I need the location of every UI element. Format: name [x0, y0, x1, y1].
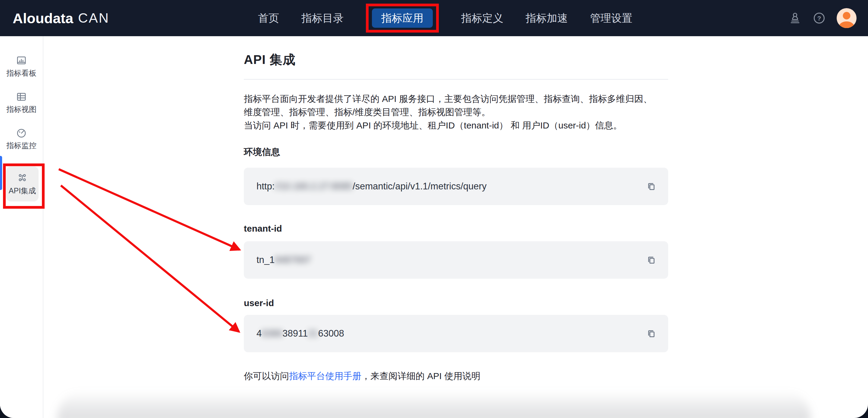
- gauge-icon: [16, 127, 27, 139]
- top-navbar: Aloudata CAN 首页 指标目录 指标应用 指标定义 指标加速 管理设置…: [0, 0, 868, 36]
- section-heading-tenant-id: tenant-id: [244, 223, 668, 234]
- title-divider: [244, 79, 668, 80]
- nav-item-metric-acceleration[interactable]: 指标加速: [526, 11, 568, 25]
- brand-suffix: CAN: [78, 10, 110, 26]
- sidebar-item-label: 指标看板: [6, 69, 36, 77]
- copy-button[interactable]: [645, 253, 658, 267]
- copy-icon: [645, 327, 657, 340]
- value-segment: 63008: [318, 328, 344, 339]
- next-section-shadow: [57, 391, 811, 418]
- left-sidebar: 指标看板 指标视图 指标监控: [0, 36, 43, 418]
- intro-paragraph: 指标平台面向开发者提供了详尽的 API 服务接口，主要包含访问凭据管理、指标查询…: [244, 92, 668, 132]
- svg-text:?: ?: [817, 15, 821, 22]
- value-segment: //10.160.2.27:8085: [275, 181, 352, 192]
- intro-line: 维度管理、指标管理、指标/维度类目管理、指标视图管理等。: [244, 106, 668, 119]
- brand-name: Aloudata: [13, 10, 73, 27]
- user-manual-link[interactable]: 指标平台使用手册: [289, 371, 361, 381]
- sidebar-item-metric-dashboard[interactable]: 指标看板: [0, 55, 43, 77]
- avatar-person-icon: [837, 8, 857, 28]
- sidebar-item-metric-monitor[interactable]: 指标监控: [0, 127, 43, 150]
- tenant-id-value: tn_19487697: [256, 255, 645, 265]
- brand-logo[interactable]: Aloudata CAN: [13, 0, 110, 36]
- annotation-frame-sidebar: API集成: [3, 163, 44, 209]
- user-avatar[interactable]: [837, 8, 857, 28]
- sidebar-item-label: 指标监控: [6, 141, 36, 150]
- value-segment: 6366: [261, 328, 282, 339]
- value-segment: 21: [308, 328, 318, 339]
- tenant-id-box: tn_19487697: [244, 241, 668, 279]
- copy-button[interactable]: [645, 326, 658, 341]
- copy-icon: [645, 180, 657, 193]
- nav-item-admin-settings[interactable]: 管理设置: [590, 11, 632, 25]
- sidebar-item-label: API集成: [9, 186, 36, 196]
- intro-line: 当访问 API 时，需要使用到 API 的环境地址、租户ID（tenant-id…: [244, 119, 668, 132]
- value-segment: 4: [256, 328, 261, 339]
- page-title: API 集成: [244, 51, 668, 68]
- nav-item-metric-app-active[interactable]: 指标应用: [372, 8, 433, 28]
- app-window: Aloudata CAN 首页 指标目录 指标应用 指标定义 指标加速 管理设置…: [0, 0, 868, 418]
- manual-note-suffix: ，来查阅详细的 API 使用说明: [361, 371, 480, 381]
- value-segment: 38911: [282, 328, 308, 339]
- sidebar-item-api-integration-active[interactable]: API集成: [6, 167, 38, 202]
- navbar-right-actions: ?: [788, 0, 857, 36]
- value-segment: tn_1: [256, 255, 275, 265]
- nav-item-metric-catalog[interactable]: 指标目录: [301, 11, 344, 25]
- annotation-frame-nav: 指标应用: [366, 4, 439, 33]
- environment-url-value: http://10.160.2.27:8085/semantic/api/v1.…: [256, 181, 645, 192]
- approval-stamp-icon[interactable]: [788, 11, 802, 25]
- main-nav: 首页 指标目录 指标应用 指标定义 指标加速 管理设置: [258, 0, 632, 36]
- api-integration-icon: [17, 172, 28, 183]
- user-id-value: 46366389112163008: [256, 328, 645, 339]
- help-icon[interactable]: ?: [812, 11, 826, 25]
- sidebar-item-metric-view[interactable]: 指标视图: [0, 91, 43, 113]
- nav-item-home[interactable]: 首页: [258, 11, 279, 25]
- main-panel: API 集成 指标平台面向开发者提供了详尽的 API 服务接口，主要包含访问凭据…: [44, 36, 868, 418]
- manual-note-prefix: 你可以访问: [244, 371, 289, 381]
- section-heading-environment: 环境信息: [244, 146, 668, 158]
- value-segment: http:: [256, 181, 275, 192]
- dashboard-board-icon: [16, 55, 27, 66]
- environment-url-box: http://10.160.2.27:8085/semantic/api/v1.…: [244, 168, 668, 205]
- manual-note: 你可以访问指标平台使用手册，来查阅详细的 API 使用说明: [244, 370, 668, 382]
- section-heading-user-id: user-id: [244, 298, 668, 308]
- sidebar-item-label: 指标视图: [6, 105, 36, 113]
- copy-button[interactable]: [645, 179, 658, 193]
- sidebar-active-indicator: [0, 156, 2, 190]
- value-segment: 9487697: [275, 255, 311, 265]
- table-view-icon: [16, 91, 27, 102]
- copy-icon: [645, 253, 657, 267]
- intro-line: 指标平台面向开发者提供了详尽的 API 服务接口，主要包含访问凭据管理、指标查询…: [244, 92, 668, 106]
- value-segment: /semantic/api/v1.1/metrics/query: [352, 181, 487, 192]
- user-id-box: 46366389112163008: [244, 315, 668, 352]
- content-container: API 集成 指标平台面向开发者提供了详尽的 API 服务接口，主要包含访问凭据…: [244, 36, 668, 382]
- nav-item-metric-definition[interactable]: 指标定义: [461, 11, 503, 25]
